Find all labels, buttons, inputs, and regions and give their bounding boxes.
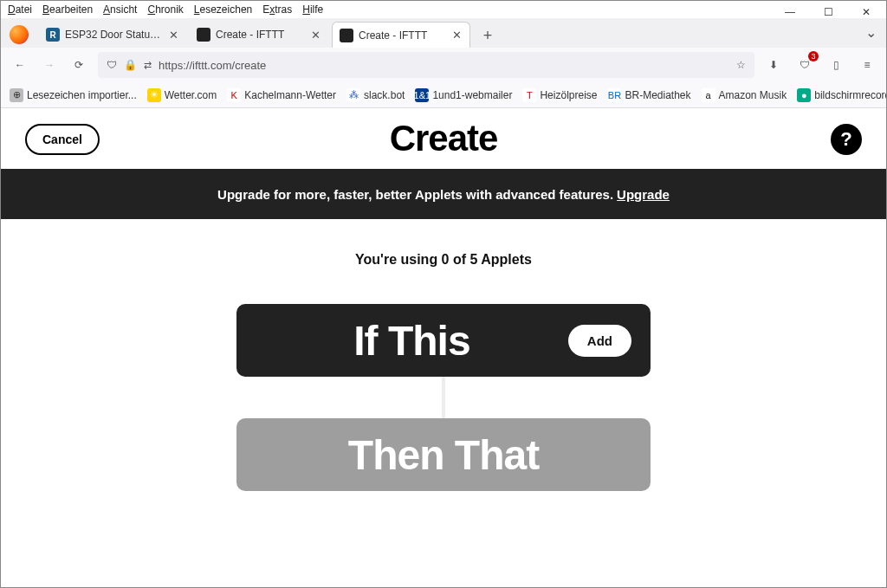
bookmark-label: slack.bot — [364, 89, 405, 101]
bookmark-favicon-icon: a — [702, 88, 715, 102]
bookmark-label: Wetter.com — [165, 89, 217, 101]
connector-line — [442, 377, 445, 418]
bookmark-item[interactable]: THeizölpreise — [522, 88, 597, 102]
if-this-block[interactable]: If This Add — [236, 304, 651, 377]
upgrade-banner-text: Upgrade for more, faster, better Applets… — [217, 187, 613, 202]
browser-tab[interactable]: RESP32 Door Status Monitor with✕ — [39, 22, 186, 48]
tab-label: Create - IFTTT — [359, 29, 445, 42]
close-window-button[interactable]: ✕ — [847, 0, 885, 24]
minimize-button[interactable]: — — [771, 0, 809, 24]
app-menu-icon[interactable]: ≡ — [857, 55, 877, 75]
bookmark-item[interactable]: BRBR-Mediathek — [607, 88, 690, 102]
permissions-icon: ⇄ — [144, 60, 152, 71]
then-that-label: Then That — [348, 431, 539, 479]
bookmark-favicon-icon: T — [522, 88, 536, 102]
page-content: Cancel Create ? Upgrade for more, faster… — [1, 108, 886, 587]
url-bar[interactable]: 🛡 🔒 ⇄ https://ifttt.com/create ☆ — [98, 52, 754, 78]
tab-label: ESP32 Door Status Monitor with — [65, 29, 162, 41]
bookmark-label: 1und1-webmailer — [432, 89, 512, 101]
cancel-button[interactable]: Cancel — [25, 124, 100, 155]
ublock-badge: 3 — [808, 51, 819, 61]
bookmark-favicon-icon: ⊕ — [10, 88, 23, 102]
window-controls: — ☐ ✕ — [771, 0, 885, 24]
if-this-label: If This — [256, 317, 568, 365]
bookmark-favicon-icon: ⁂ — [346, 88, 360, 102]
nav-toolbar: ← → ⟳ 🛡 🔒 ⇄ https://ifttt.com/create ☆ ⬇… — [1, 48, 886, 82]
close-tab-button[interactable]: ✕ — [309, 29, 321, 41]
bookmark-item[interactable]: ⊕Lesezeichen importier... — [10, 88, 137, 102]
bookmark-favicon-icon: 1&1 — [415, 88, 429, 102]
bookmark-favicon-icon: ☀ — [147, 88, 161, 102]
extensions-icon[interactable]: ▯ — [825, 55, 846, 75]
close-tab-button[interactable]: ✕ — [450, 29, 463, 42]
bookmark-label: bildschirmrecorder — [814, 89, 887, 101]
bookmark-label: Heizölpreise — [540, 89, 597, 101]
bookmark-favicon-icon: K — [227, 88, 241, 102]
bookmark-star-icon[interactable]: ☆ — [736, 59, 746, 71]
bookmark-label: BR-Mediathek — [625, 89, 690, 101]
ublock-icon[interactable]: 🛡3 — [794, 55, 815, 75]
tab-favicon-icon — [197, 28, 210, 42]
pocket-icon[interactable]: ⬇ — [763, 55, 784, 75]
firefox-logo-icon[interactable] — [10, 25, 29, 44]
menu-tools[interactable]: Extras — [262, 3, 292, 16]
back-button[interactable]: ← — [10, 55, 30, 75]
bookmark-favicon-icon: BR — [607, 88, 621, 102]
new-tab-button[interactable]: + — [476, 23, 500, 48]
bookmark-item[interactable]: ⁂slack.bot — [346, 88, 405, 102]
browser-tab[interactable]: Create - IFTTT✕ — [332, 22, 470, 48]
page-topbar: Cancel Create ? — [1, 108, 886, 169]
help-button[interactable]: ? — [831, 124, 862, 155]
tab-bar: RESP32 Door Status Monitor with✕Create -… — [1, 18, 886, 48]
bookmark-item[interactable]: ●bildschirmrecorder — [797, 88, 887, 102]
maximize-button[interactable]: ☐ — [809, 0, 847, 24]
applet-usage-text: You're using 0 of 5 Applets — [1, 252, 886, 268]
menu-edit[interactable]: Bearbeiten — [42, 3, 93, 16]
add-trigger-button[interactable]: Add — [568, 325, 631, 357]
browser-menubar: DDateiatei Bearbeiten Ansicht Chronik Le… — [1, 1, 886, 18]
tab-favicon-icon: R — [46, 28, 60, 42]
tab-label: Create - IFTTT — [216, 29, 304, 41]
bookmark-favicon-icon: ● — [797, 88, 811, 102]
bookmark-label: Kachelmann-Wetter — [244, 89, 336, 101]
close-tab-button[interactable]: ✕ — [167, 29, 179, 41]
bookmark-label: Lesezeichen importier... — [27, 89, 137, 101]
then-that-block[interactable]: Then That — [236, 418, 651, 491]
upgrade-link[interactable]: Upgrade — [617, 187, 670, 202]
bookmark-item[interactable]: aAmazon Musik — [702, 88, 787, 102]
bookmark-label: Amazon Musik — [719, 89, 787, 101]
bookmarks-toolbar: ⊕Lesezeichen importier...☀Wetter.comKKac… — [1, 82, 886, 108]
url-text[interactable]: https://ifttt.com/create — [159, 59, 729, 72]
upgrade-banner: Upgrade for more, faster, better Applets… — [1, 169, 886, 219]
tabs-overflow-icon[interactable]: ⌄ — [865, 24, 877, 41]
menu-file[interactable]: DDateiatei — [8, 3, 32, 16]
menu-bookmarks[interactable]: Lesezeichen — [194, 3, 252, 16]
menu-history[interactable]: Chronik — [147, 3, 183, 16]
bookmark-item[interactable]: 1&11und1-webmailer — [415, 88, 512, 102]
menu-view[interactable]: Ansicht — [103, 3, 137, 16]
bookmark-item[interactable]: KKachelmann-Wetter — [227, 88, 336, 102]
tab-favicon-icon — [340, 29, 353, 42]
forward-button[interactable]: → — [39, 55, 60, 75]
lock-icon: 🔒 — [124, 59, 137, 71]
browser-tab[interactable]: Create - IFTTT✕ — [190, 22, 328, 48]
page-title: Create — [390, 118, 498, 159]
reload-button[interactable]: ⟳ — [68, 55, 89, 75]
shield-icon: 🛡 — [107, 59, 117, 71]
menu-help[interactable]: Hilfe — [302, 3, 323, 16]
bookmark-item[interactable]: ☀Wetter.com — [147, 88, 217, 102]
